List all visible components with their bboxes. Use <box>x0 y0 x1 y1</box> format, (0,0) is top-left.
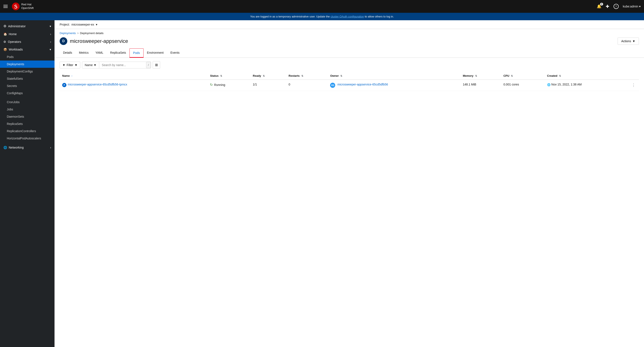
notifications-bell[interactable]: 🔔 3 <box>597 4 602 9</box>
project-name: microsweeper-ex <box>71 23 94 26</box>
filter-icon: ▼ <box>62 63 66 67</box>
table-header: Name ↑ Status ⇅ Ready ⇅ Restarts <box>60 72 639 80</box>
ready-sort-icon[interactable]: ⇅ <box>263 75 265 77</box>
pods-table: Name ↑ Status ⇅ Ready ⇅ Restarts <box>60 72 639 91</box>
oauth-config-link[interactable]: cluster OAuth configuration <box>330 15 364 18</box>
deployment-icon: D <box>60 37 67 45</box>
sidebar-operators-label: Operators <box>8 40 50 44</box>
sidebar-item-operators[interactable]: ⚙ Operators › <box>0 38 54 46</box>
col-created: Created ⇅ <box>544 72 628 80</box>
pod-kebab-cell: ⋮ <box>628 80 639 91</box>
sidebar-networking-label: Networking <box>9 146 50 149</box>
workloads-icon: 📦 <box>4 48 7 51</box>
sidebar-role-chevron: ▾ <box>50 25 51 28</box>
sidebar-item-statefulsets[interactable]: StatefulSets <box>0 75 54 82</box>
sidebar-item-home[interactable]: 🏠 Home › <box>0 30 54 38</box>
sidebar-item-replicasets[interactable]: ReplicaSets <box>0 120 54 127</box>
name-label: Name <box>85 63 93 67</box>
col-memory: Memory ⇅ <box>460 72 501 80</box>
col-restarts: Restarts ⇅ <box>286 72 328 80</box>
pod-status-icon: P <box>62 83 66 87</box>
col-cpu: CPU ⇅ <box>501 72 544 80</box>
running-spinner-icon: ↻ <box>210 83 213 87</box>
sidebar-role-selector[interactable]: ⚙ Administrator ▾ <box>0 22 54 30</box>
home-icon: 🏠 <box>4 32 7 36</box>
top-navbar: Red Hat OpenShift 🔔 3 ✚ ? kube:admin ▾ <box>0 0 644 13</box>
sidebar-item-deployments[interactable]: Deployments <box>0 61 54 68</box>
columns-icon: ⊞ <box>155 63 158 67</box>
sidebar-item-configmaps[interactable]: ConfigMaps <box>0 90 54 97</box>
owner-link[interactable]: microsweeper-appservice-65cd5dfb56 <box>337 83 388 86</box>
pod-restarts-cell: 0 <box>286 80 328 91</box>
tab-events[interactable]: Events <box>167 48 183 58</box>
created-globe-icon: 🌐 <box>547 83 550 86</box>
filter-label: Filter <box>67 63 73 67</box>
pod-ready-cell: 1/1 <box>250 80 286 91</box>
running-status: ↻ Running <box>210 83 248 87</box>
columns-button[interactable]: ⊞ <box>153 61 160 69</box>
col-ready: Ready ⇅ <box>250 72 286 80</box>
sidebar-item-pods[interactable]: Pods <box>0 53 54 61</box>
help-button[interactable]: ? <box>614 4 619 9</box>
owner-sort-icon[interactable]: ⇅ <box>340 75 342 77</box>
sidebar-item-deploymentconfigs[interactable]: DeploymentConfigs <box>0 68 54 75</box>
breadcrumb-separator: > <box>77 32 79 35</box>
hamburger-menu[interactable] <box>4 5 8 8</box>
sidebar-item-workloads[interactable]: 📦 Workloads ▾ <box>0 46 54 53</box>
app-logo: Red Hat OpenShift <box>12 3 34 10</box>
col-name: Name ↑ <box>60 72 208 80</box>
tabs-bar: Details Metrics YAML ReplicaSets Pods En… <box>54 48 644 58</box>
sidebar-item-cronjobs[interactable]: CronJobs <box>0 99 54 106</box>
main-layout: ⚙ Administrator ▾ 🏠 Home › ⚙ Operators ›… <box>0 20 644 347</box>
sidebar-item-networking[interactable]: 🌐 Networking › <box>0 144 54 151</box>
sidebar-item-horizontalpodautoscalers[interactable]: HorizontalPodAutoscalers <box>0 135 54 142</box>
home-chevron-icon: › <box>50 32 51 36</box>
row-kebab-menu-button[interactable]: ⋮ <box>631 83 636 87</box>
memory-sort-icon[interactable]: ⇅ <box>475 75 477 77</box>
filter-button[interactable]: ▼ Filter ▼ <box>60 62 80 68</box>
pod-name-link[interactable]: microsweeper-appservice-65cd5dfb56-tpmcx <box>68 83 127 86</box>
table-body: P microsweeper-appservice-65cd5dfb56-tpm… <box>60 80 639 91</box>
project-dropdown-icon[interactable]: ▾ <box>96 23 97 26</box>
tab-yaml[interactable]: YAML <box>92 48 107 58</box>
owner-badge: RS <box>330 83 335 88</box>
table-row: P microsweeper-appservice-65cd5dfb56-tpm… <box>60 80 639 91</box>
project-label: Project: <box>60 23 70 26</box>
search-input[interactable] <box>99 62 146 68</box>
sidebar-home-label: Home <box>9 32 50 36</box>
pod-memory-cell: 148.1 MiB <box>460 80 501 91</box>
tab-replicasets[interactable]: ReplicaSets <box>107 48 130 58</box>
sidebar-role-label: Administrator <box>8 25 50 28</box>
sidebar-item-secrets[interactable]: Secrets <box>0 82 54 90</box>
navbar-right: 🔔 3 ✚ ? kube:admin ▾ <box>597 4 640 9</box>
tab-environment[interactable]: Environment <box>144 48 167 58</box>
tab-pods[interactable]: Pods <box>130 48 144 58</box>
user-menu[interactable]: kube:admin ▾ <box>623 5 640 8</box>
status-sort-icon[interactable]: ⇅ <box>220 75 222 77</box>
sidebar-role-icon: ⚙ <box>4 24 6 28</box>
sidebar-item-replicationcontrollers[interactable]: ReplicationControllers <box>0 127 54 135</box>
slash-shortcut: / <box>146 62 151 68</box>
tab-metrics[interactable]: Metrics <box>76 48 92 58</box>
redhat-logo-icon <box>12 3 20 10</box>
filter-chevron-icon: ▼ <box>74 63 78 67</box>
main-content: Project: microsweeper-ex ▾ Deployments >… <box>54 20 644 347</box>
pod-cpu-cell: 0.001 cores <box>501 80 544 91</box>
col-status: Status ⇅ <box>208 72 250 80</box>
created-sort-icon[interactable]: ⇅ <box>559 75 561 77</box>
create-button[interactable]: ✚ <box>606 4 609 9</box>
sidebar-item-jobs[interactable]: Jobs <box>0 106 54 113</box>
restarts-sort-icon[interactable]: ⇅ <box>301 75 303 77</box>
actions-chevron-icon: ▼ <box>632 40 635 43</box>
breadcrumb-current: Deployment details <box>80 32 104 35</box>
col-owner: Owner ⇅ <box>328 72 460 80</box>
tab-details[interactable]: Details <box>60 48 76 58</box>
name-sort-asc-icon[interactable]: ↑ <box>71 75 72 77</box>
cpu-sort-icon[interactable]: ⇅ <box>511 75 513 77</box>
actions-button[interactable]: Actions ▼ <box>618 38 639 45</box>
breadcrumb-deployments-link[interactable]: Deployments <box>60 32 76 35</box>
name-chevron-icon: ▼ <box>94 63 96 67</box>
name-dropdown[interactable]: Name ▼ <box>82 62 99 68</box>
actions-label: Actions <box>621 40 631 43</box>
sidebar-item-daemonsets[interactable]: DaemonSets <box>0 113 54 120</box>
